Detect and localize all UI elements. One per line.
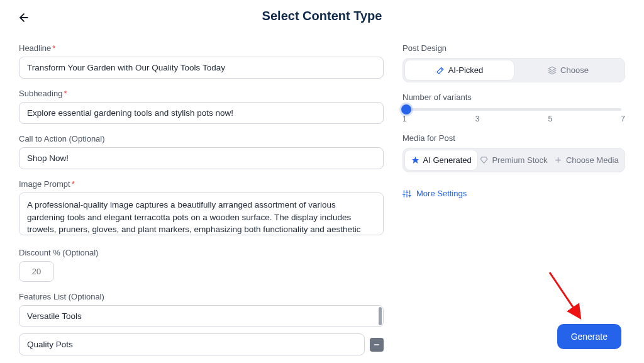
star-icon	[411, 156, 419, 164]
scrollbar-thumb[interactable]	[379, 307, 382, 325]
slider-ticks: 1 3 5 7	[402, 114, 625, 123]
back-button[interactable]	[15, 9, 33, 26]
variants-slider[interactable]	[406, 108, 621, 111]
post-design-choose[interactable]: Choose	[514, 60, 623, 80]
svg-marker-3	[412, 157, 419, 164]
image-prompt-textarea[interactable]	[19, 193, 384, 235]
diamond-icon	[480, 156, 488, 164]
media-premium-stock[interactable]: Premium Stock	[477, 150, 550, 170]
svg-marker-2	[548, 67, 556, 70]
headline-input[interactable]	[19, 57, 384, 79]
sliders-icon	[402, 189, 411, 198]
page-title: Select Content Type	[0, 9, 644, 23]
media-choose-media[interactable]: Choose Media	[550, 150, 623, 170]
arrow-left-icon	[18, 11, 30, 24]
feature-row	[19, 333, 384, 355]
subheading-label: Subheading*	[19, 89, 384, 98]
plus-icon	[554, 156, 562, 164]
headline-label: Headline*	[19, 43, 384, 53]
subheading-input[interactable]	[19, 102, 384, 124]
generate-button[interactable]: Generate	[557, 324, 621, 349]
cta-label: Call to Action (Optional)	[19, 134, 384, 143]
more-settings-link[interactable]: More Settings	[402, 185, 467, 202]
discount-input[interactable]	[19, 261, 54, 282]
feature-input[interactable]	[19, 305, 384, 327]
minus-icon	[373, 341, 380, 349]
media-ai-generated[interactable]: AI Generated	[405, 150, 477, 170]
media-label: Media for Post	[402, 133, 625, 143]
remove-feature-button[interactable]	[370, 338, 384, 352]
post-design-segmented: AI-Picked Choose	[402, 58, 625, 82]
feature-input[interactable]	[19, 333, 365, 355]
layers-icon	[548, 66, 557, 75]
post-design-ai-picked[interactable]: AI-Picked	[405, 60, 514, 80]
magic-wand-icon	[436, 66, 445, 75]
features-label: Features List (Optional)	[19, 292, 384, 301]
discount-label: Discount % (Optional)	[19, 248, 384, 257]
media-segmented: AI Generated Premium Stock Choose Media	[402, 148, 625, 172]
cta-input[interactable]	[19, 147, 384, 169]
feature-row	[19, 305, 384, 327]
variants-label: Number of variants	[402, 92, 625, 102]
image-prompt-label: Image Prompt*	[19, 179, 384, 189]
slider-thumb[interactable]	[401, 104, 411, 114]
post-design-label: Post Design	[402, 43, 625, 53]
